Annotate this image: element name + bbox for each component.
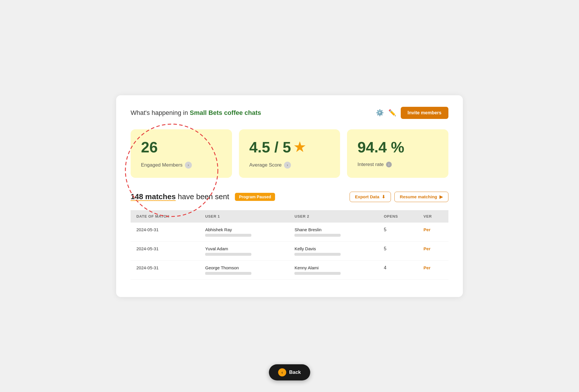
- table-row: 2024-05-31 George Thomson Kenny Alami: [131, 260, 448, 279]
- back-button[interactable]: ‹ Back: [269, 364, 310, 380]
- col-date: Date of Match: [131, 210, 199, 223]
- cell-date-1: 2024-05-31: [131, 241, 199, 260]
- cell-user1-0: Abhishek Ray: [199, 223, 289, 242]
- stat-card-interest-rate: 94.4 % Interest rate i: [347, 129, 448, 178]
- cell-date-2: 2024-05-31: [131, 260, 199, 279]
- user1-cell-2: George Thomson: [205, 265, 283, 275]
- engaged-arrow-icon[interactable]: ›: [185, 162, 192, 169]
- interest-rate-label: Interest rate: [357, 162, 384, 167]
- table-row: 2024-05-31 Abhishek Ray Shane Breslin: [131, 223, 448, 242]
- matches-suffix: have been sent: [176, 192, 229, 201]
- user2-cell-0: Shane Breslin: [294, 227, 372, 237]
- user2-name-2: Kenny Alami: [294, 265, 372, 270]
- matches-table-wrapper: Date of Match User 1 User 2 Opens VER 20…: [131, 210, 448, 280]
- back-arrow-icon: ‹: [278, 368, 286, 376]
- edit-icon: ✏️: [388, 109, 396, 117]
- matches-table: Date of Match User 1 User 2 Opens VER 20…: [131, 210, 448, 280]
- cell-user1-1: Yuval Adam: [199, 241, 289, 260]
- star-icon: ★: [294, 140, 305, 154]
- cell-verdict-2: Per: [418, 260, 448, 279]
- user2-cell-1: Kelly Davis: [294, 246, 372, 256]
- title-highlight: Small Bets coffee chats: [190, 109, 261, 116]
- back-label: Back: [289, 369, 301, 375]
- matches-actions: Export Data ⬇ Resume matching ▶: [350, 192, 448, 202]
- matches-header: 148 matches have been sent Program Pause…: [131, 192, 448, 202]
- stats-row: 26 Engaged Members › 4.5 / 5 ★ Average S…: [131, 129, 448, 178]
- stat-value-interest: 94.4 %: [357, 139, 438, 156]
- table-body: 2024-05-31 Abhishek Ray Shane Breslin: [131, 223, 448, 280]
- stat-card-average-score: 4.5 / 5 ★ Average Score ›: [239, 129, 340, 178]
- stat-value-engaged: 26: [141, 139, 222, 156]
- user2-name-1: Kelly Davis: [294, 246, 372, 251]
- cell-user1-2: George Thomson: [199, 260, 289, 279]
- user1-name-1: Yuval Adam: [205, 246, 283, 251]
- play-icon: ▶: [439, 194, 443, 199]
- col-user1: User 1: [199, 210, 289, 223]
- cell-opens-0: 5: [378, 223, 418, 242]
- table-header: Date of Match User 1 User 2 Opens VER: [131, 210, 448, 223]
- average-score-value: 4.5 / 5: [249, 139, 291, 156]
- user2-bar-0: [294, 234, 341, 237]
- average-score-label: Average Score: [249, 162, 282, 168]
- interest-rate-value: 94.4 %: [357, 139, 404, 156]
- cell-user2-2: Kenny Alami: [289, 260, 378, 279]
- cell-opens-1: 5: [378, 241, 418, 260]
- header-actions: ⚙️ ✏️ Invite members: [376, 107, 448, 119]
- stat-card-engaged-members: 26 Engaged Members ›: [131, 129, 232, 178]
- interest-info-icon[interactable]: i: [386, 162, 392, 167]
- user1-cell-1: Yuval Adam: [205, 246, 283, 256]
- settings-button[interactable]: ⚙️: [376, 109, 384, 117]
- cell-verdict-1: Per: [418, 241, 448, 260]
- col-user2: User 2: [289, 210, 378, 223]
- col-opens: Opens: [378, 210, 418, 223]
- user1-bar-0: [205, 234, 251, 237]
- cell-opens-2: 4: [378, 260, 418, 279]
- user1-bar-1: [205, 253, 251, 256]
- user1-bar-2: [205, 272, 251, 275]
- table-row: 2024-05-31 Yuval Adam Kelly Davis 5: [131, 241, 448, 260]
- resume-label: Resume matching: [400, 194, 437, 199]
- edit-button[interactable]: ✏️: [388, 109, 396, 117]
- user1-name-0: Abhishek Ray: [205, 227, 283, 232]
- matches-count: 148 matches: [131, 192, 176, 201]
- program-paused-badge: Program Paused: [235, 193, 275, 201]
- user2-bar-1: [294, 253, 341, 256]
- download-icon: ⬇: [382, 194, 385, 199]
- title-prefix: What's happening in: [131, 109, 190, 116]
- cell-user2-0: Shane Breslin: [289, 223, 378, 242]
- stat-value-score: 4.5 / 5 ★: [249, 139, 330, 156]
- user1-cell-0: Abhishek Ray: [205, 227, 283, 237]
- main-container: What's happening in Small Bets coffee ch…: [116, 95, 463, 297]
- page-title: What's happening in Small Bets coffee ch…: [131, 109, 261, 117]
- export-data-button[interactable]: Export Data ⬇: [350, 192, 391, 202]
- col-verdict: VER: [418, 210, 448, 223]
- score-arrow-icon[interactable]: ›: [284, 162, 291, 169]
- cell-user2-1: Kelly Davis: [289, 241, 378, 260]
- matches-title: 148 matches have been sent: [131, 192, 229, 201]
- user2-name-0: Shane Breslin: [294, 227, 372, 232]
- stat-label-interest: Interest rate i: [357, 162, 438, 167]
- header: What's happening in Small Bets coffee ch…: [131, 107, 448, 119]
- export-label: Export Data: [355, 194, 379, 199]
- invite-members-button[interactable]: Invite members: [401, 107, 448, 119]
- cell-verdict-0: Per: [418, 223, 448, 242]
- resume-matching-button[interactable]: Resume matching ▶: [394, 192, 448, 202]
- user2-cell-2: Kenny Alami: [294, 265, 372, 275]
- user2-bar-2: [294, 272, 341, 275]
- stat-label-score: Average Score ›: [249, 162, 330, 169]
- engaged-members-value: 26: [141, 139, 158, 156]
- user1-name-2: George Thomson: [205, 265, 283, 270]
- cell-date-0: 2024-05-31: [131, 223, 199, 242]
- settings-icon: ⚙️: [376, 109, 384, 117]
- engaged-members-label: Engaged Members: [141, 162, 183, 168]
- stat-label-engaged: Engaged Members ›: [141, 162, 222, 169]
